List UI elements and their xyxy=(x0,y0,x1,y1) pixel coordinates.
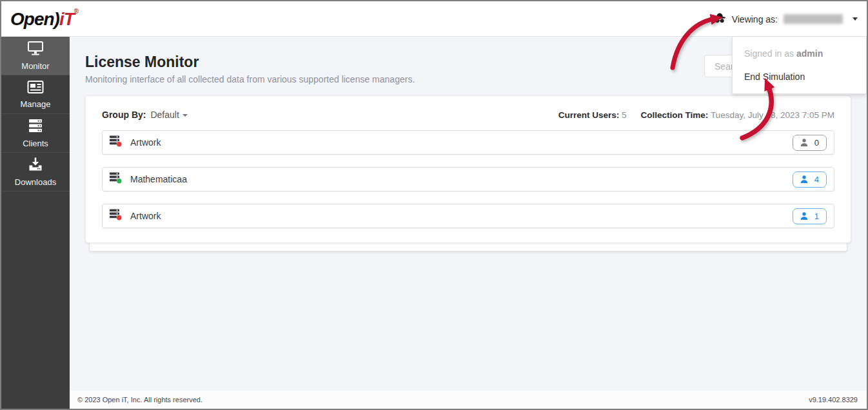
sidebar-item-monitor[interactable]: Monitor xyxy=(1,37,70,75)
sidebar-item-label: Manage xyxy=(21,99,51,109)
signed-in-prefix: Signed in as xyxy=(744,48,796,59)
status-dot xyxy=(117,215,121,220)
page-title: License Monitor xyxy=(85,54,199,71)
group-by-dropdown[interactable]: Group By: Default xyxy=(102,110,188,120)
current-users-stat: Current Users: 5 xyxy=(558,110,627,120)
sidebar-item-label: Monitor xyxy=(21,61,49,71)
sidebar-nav: Monitor Manage Clients Downloads xyxy=(1,37,70,409)
downloads-icon xyxy=(28,157,43,174)
signed-in-as-text: Signed in as admin xyxy=(733,46,866,66)
page-subtitle: Monitoring interface of all collected da… xyxy=(85,74,415,84)
sidebar-item-label: Downloads xyxy=(15,177,56,187)
clients-icon xyxy=(27,118,44,135)
viewing-as-label: Viewing as: xyxy=(732,14,778,24)
manage-icon xyxy=(27,80,44,96)
row-left: Mathematicaa xyxy=(110,172,187,186)
collection-time-value: Tuesday, July 18, 2023 7:05 PM xyxy=(711,110,834,120)
group-by-label: Group By: xyxy=(102,110,146,120)
license-row[interactable]: Artwork 1 xyxy=(102,204,834,228)
stacked-card-edge xyxy=(89,242,847,251)
license-server-icon xyxy=(110,209,122,223)
user-dropdown-menu: Signed in as admin End Simulation xyxy=(732,37,867,94)
chevron-down-icon[interactable] xyxy=(853,17,858,21)
license-name: Artwork xyxy=(130,137,161,148)
viewed-user-redacted xyxy=(784,14,843,24)
user-count: 4 xyxy=(814,175,819,184)
user-count-badge[interactable]: 4 xyxy=(793,171,827,188)
app-window: Open)iT® Viewing as: Signed in as admin … xyxy=(0,0,868,410)
registered-mark: ® xyxy=(74,8,79,15)
sidebar-item-label: Clients xyxy=(23,139,48,148)
row-left: Artwork xyxy=(110,209,161,223)
end-simulation-menu-item[interactable]: End Simulation xyxy=(733,66,866,88)
sidebar-item-manage[interactable]: Manage xyxy=(1,75,70,114)
license-row[interactable]: Artwork 0 xyxy=(102,130,834,155)
collection-time-stat: Collection Time: Tuesday, July 18, 2023 … xyxy=(641,110,834,120)
status-dot xyxy=(117,179,121,183)
license-server-icon xyxy=(110,172,122,186)
collection-time-label: Collection Time: xyxy=(641,110,709,120)
copyright-text: © 2023 Open iT, Inc. All rights reserved… xyxy=(77,396,202,404)
user-icon xyxy=(800,211,809,220)
sidebar-item-clients[interactable]: Clients xyxy=(1,114,70,153)
version-text: v9.19.402.8329 xyxy=(809,396,858,404)
row-left: Artwork xyxy=(110,135,161,150)
logo-text-open: Open) xyxy=(10,9,59,29)
license-server-icon xyxy=(110,135,122,150)
license-name: Artwork xyxy=(130,211,161,221)
panel-stats: Current Users: 5 Collection Time: Tuesda… xyxy=(558,110,834,120)
user-count-badge[interactable]: 0 xyxy=(793,135,827,151)
license-name: Mathematicaa xyxy=(130,174,187,184)
current-users-value: 5 xyxy=(622,110,627,120)
group-by-value: Default xyxy=(150,110,179,120)
status-dot xyxy=(117,142,121,146)
chevron-down-icon xyxy=(182,114,188,117)
sidebar-item-downloads[interactable]: Downloads xyxy=(1,153,70,191)
user-count: 1 xyxy=(814,211,819,221)
signed-in-user: admin xyxy=(796,48,823,59)
user-icon xyxy=(800,138,809,147)
logo-text-it: iT xyxy=(59,9,74,29)
user-icon xyxy=(800,175,809,184)
footer: © 2023 Open iT, Inc. All rights reserved… xyxy=(70,391,867,409)
license-monitor-panel: Group By: Default Current Users: 5 Colle… xyxy=(85,95,851,243)
monitor-icon xyxy=(27,41,44,58)
user-count-badge[interactable]: 1 xyxy=(793,208,827,224)
current-users-label: Current Users: xyxy=(558,110,620,120)
openit-logo: Open)iT® xyxy=(10,8,79,30)
top-bar: Open)iT® Viewing as: xyxy=(1,1,867,37)
viewing-as-control[interactable]: Viewing as: xyxy=(713,1,858,37)
panel-header: Group By: Default Current Users: 5 Colle… xyxy=(86,96,851,130)
license-row[interactable]: Mathematicaa 4 xyxy=(102,167,834,191)
user-count: 0 xyxy=(814,138,819,148)
incognito-icon xyxy=(713,12,726,26)
